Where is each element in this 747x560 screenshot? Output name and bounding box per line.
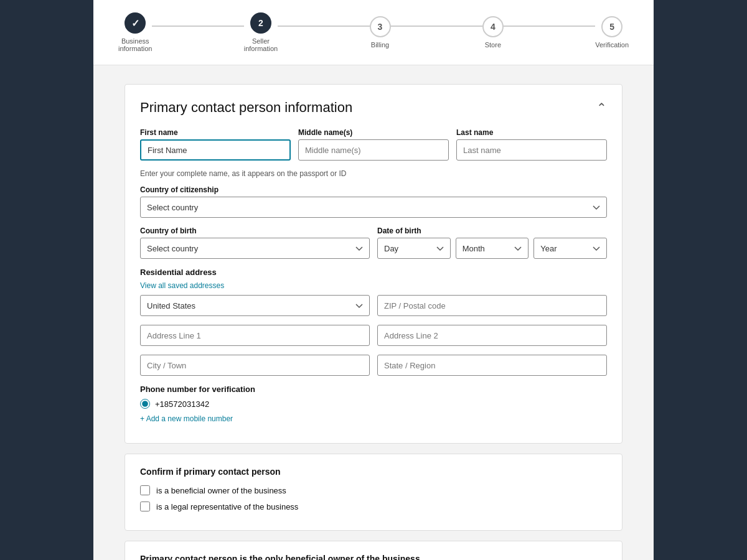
beneficial-owner-checkbox[interactable]	[140, 485, 150, 495]
legal-rep-checkbox-item: is a legal representative of the busines…	[140, 502, 607, 511]
residential-section: Residential address View all saved addre…	[140, 268, 607, 376]
country-zip-row: United States	[140, 295, 607, 316]
birth-country-label: Country of birth	[140, 226, 370, 235]
phone-radio-item: +18572031342	[140, 399, 607, 409]
middle-name-group: Middle name(s)	[298, 128, 449, 161]
phone-number: +18572031342	[155, 399, 209, 409]
city-input[interactable]	[140, 355, 370, 376]
city-group	[140, 355, 370, 376]
residential-country-select[interactable]: United States	[140, 295, 370, 316]
step-3-label: Billing	[371, 41, 389, 49]
confirm-contact-card: Confirm if primary contact person is a b…	[125, 454, 622, 531]
citizenship-label: Country of citizenship	[140, 185, 607, 194]
residential-label: Residential address	[140, 268, 607, 277]
birth-country-group: Country of birth Select country	[140, 226, 370, 259]
beneficial-owner-label: is a beneficial owner of the business	[156, 486, 286, 495]
step-4-circle: 4	[482, 16, 504, 37]
step-2: 2 Sellerinformation	[244, 12, 278, 52]
section-header: Primary contact person information ⌃	[140, 100, 607, 116]
citizenship-select[interactable]: Select country	[140, 197, 607, 218]
legal-rep-checkbox[interactable]	[140, 502, 150, 511]
step-5: 5 Verification	[595, 16, 629, 49]
month-select[interactable]: Month	[456, 238, 529, 259]
dob-group: Date of birth Day Month Year	[377, 226, 607, 259]
address1-input[interactable]	[140, 325, 370, 346]
step-1: ✓ Businessinformation	[118, 12, 152, 52]
beneficial-owner-title: Primary contact person is the only benef…	[140, 554, 607, 560]
birth-country-select[interactable]: Select country	[140, 238, 370, 259]
last-name-input[interactable]	[456, 139, 607, 161]
phone-section: Phone number for verification +185720313…	[140, 385, 607, 428]
name-hint: Enter your complete name, as it appears …	[140, 169, 607, 178]
step-line-4	[504, 26, 595, 27]
last-name-group: Last name	[456, 128, 607, 161]
beneficial-owner-checkbox-item: is a beneficial owner of the business	[140, 485, 607, 495]
first-name-input[interactable]	[140, 139, 291, 161]
primary-contact-section: Primary contact person information ⌃ Fir…	[125, 84, 622, 444]
day-select[interactable]: Day	[377, 238, 451, 259]
birth-dob-row: Country of birth Select country Date of …	[140, 226, 607, 259]
main-content: Primary contact person information ⌃ Fir…	[93, 65, 654, 560]
last-name-label: Last name	[456, 128, 607, 137]
first-name-group: First name	[140, 128, 291, 161]
step-1-circle: ✓	[125, 12, 146, 34]
citizenship-row: Country of citizenship Select country	[140, 185, 607, 218]
address1-group	[140, 325, 370, 346]
step-2-circle: 2	[250, 12, 271, 34]
name-row: First name Middle name(s) Last name	[140, 128, 607, 161]
step-line-3	[391, 26, 482, 27]
zip-input[interactable]	[377, 295, 607, 316]
step-3-circle: 3	[370, 16, 391, 37]
step-5-circle: 5	[601, 16, 622, 37]
step-line-2	[278, 26, 369, 27]
dob-selects: Day Month Year	[377, 238, 607, 259]
address2-input[interactable]	[377, 325, 607, 346]
confirm-contact-title: Confirm if primary contact person	[140, 467, 607, 477]
address-row	[140, 325, 607, 346]
step-4-label: Store	[485, 41, 501, 49]
step-4: 4 Store	[482, 16, 504, 49]
step-5-label: Verification	[595, 41, 629, 49]
step-3: 3 Billing	[370, 16, 391, 49]
collapse-icon[interactable]: ⌃	[596, 100, 607, 115]
state-input[interactable]	[377, 355, 607, 376]
step-line-1	[152, 26, 243, 27]
legal-rep-label: is a legal representative of the busines…	[156, 502, 298, 511]
step-2-label: Sellerinformation	[244, 37, 278, 52]
first-name-label: First name	[140, 128, 291, 137]
citizenship-group: Country of citizenship Select country	[140, 185, 607, 218]
city-state-row	[140, 355, 607, 376]
section-title: Primary contact person information	[140, 100, 352, 116]
step-1-label: Businessinformation	[118, 37, 152, 52]
dob-label: Date of birth	[377, 226, 607, 235]
phone-radio[interactable]	[140, 399, 150, 409]
phone-label: Phone number for verification	[140, 385, 607, 394]
view-saved-addresses-link[interactable]: View all saved addresses	[140, 281, 224, 290]
zip-group	[377, 295, 607, 316]
residential-country-group: United States	[140, 295, 370, 316]
year-select[interactable]: Year	[533, 238, 607, 259]
address2-group	[377, 325, 607, 346]
beneficial-owner-card: Primary contact person is the only benef…	[125, 541, 622, 560]
middle-name-input[interactable]	[298, 139, 449, 161]
state-group	[377, 355, 607, 376]
middle-name-label: Middle name(s)	[298, 128, 449, 137]
add-phone-link[interactable]: + Add a new mobile number	[140, 414, 233, 423]
stepper: ✓ Businessinformation 2 Sellerinformatio…	[93, 0, 654, 65]
